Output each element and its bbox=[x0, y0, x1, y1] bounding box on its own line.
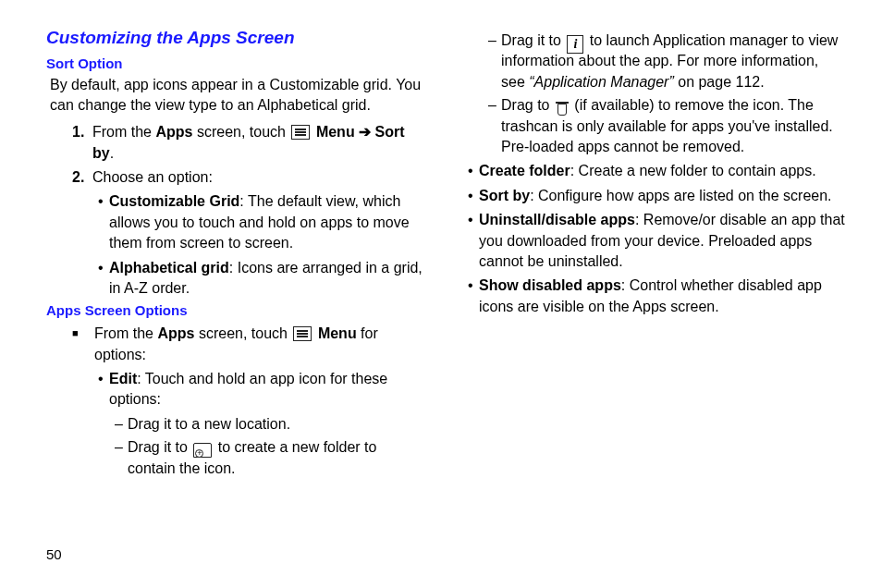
menu-label: Menu bbox=[316, 124, 355, 140]
label: Edit bbox=[109, 371, 137, 386]
menu-icon bbox=[293, 326, 312, 341]
arrow-icon: ➔ bbox=[355, 124, 375, 140]
text: : Create a new folder to contain apps. bbox=[570, 163, 816, 178]
option-sort-by: • Sort by: Configure how apps are listed… bbox=[468, 186, 845, 206]
page-number: 50 bbox=[46, 546, 62, 562]
info-icon: i bbox=[567, 35, 583, 54]
text: Drag it to a new location. bbox=[128, 414, 423, 435]
option-edit: • Edit: Touch and hold an app icon for t… bbox=[98, 369, 423, 410]
text: : Touch and hold an app icon for these o… bbox=[109, 371, 387, 407]
edit-drag-location: – Drag it to a new location. bbox=[115, 414, 423, 435]
option-alphabetical-grid: • Alphabetical grid: Icons are arranged … bbox=[98, 258, 423, 300]
option-customizable-grid: • Customizable Grid: The default view, w… bbox=[98, 191, 423, 253]
section-title: Customizing the Apps Screen bbox=[46, 28, 423, 48]
edit-drag-folder: – Drag it to to create a new folder to c… bbox=[115, 437, 423, 479]
text: Drag to bbox=[501, 97, 554, 113]
step-2: 2. Choose an option: bbox=[72, 167, 423, 188]
label: Show disabled apps bbox=[479, 277, 621, 293]
label: Uninstall/disable apps bbox=[479, 212, 635, 227]
text: Drag it to bbox=[501, 32, 565, 48]
label: Customizable Grid bbox=[109, 193, 239, 209]
text: : Configure how apps are listed on the s… bbox=[530, 188, 831, 203]
text: on page 112. bbox=[674, 74, 765, 90]
apps-label: Apps bbox=[157, 325, 194, 341]
sort-option-heading: Sort Option bbox=[46, 55, 423, 71]
text: . bbox=[110, 145, 114, 161]
text: Choose an option: bbox=[92, 167, 423, 188]
apps-label: Apps bbox=[155, 124, 192, 140]
apps-options-heading: Apps Screen Options bbox=[46, 302, 423, 318]
edit-drag-info: – Drag it to i to launch Application man… bbox=[488, 31, 845, 92]
step-1: 1. From the Apps screen, touch Menu ➔ So… bbox=[72, 122, 423, 164]
square-bullet-icon: ■ bbox=[72, 324, 94, 365]
text: screen, touch bbox=[194, 325, 291, 341]
text: Drag it to bbox=[128, 439, 191, 455]
menu-icon bbox=[291, 125, 310, 140]
folder-add-icon bbox=[193, 443, 212, 458]
sort-option-intro: By default, app icons appear in a Custom… bbox=[50, 75, 423, 115]
option-create-folder: • Create folder: Create a new folder to … bbox=[468, 161, 845, 181]
apps-options-intro: ■ From the Apps screen, touch Menu for o… bbox=[72, 324, 423, 365]
text: From the bbox=[92, 124, 155, 140]
option-show-disabled: • Show disabled apps: Control whether di… bbox=[468, 276, 845, 317]
text: screen, touch bbox=[192, 124, 289, 140]
reference: “Application Manager” bbox=[529, 74, 674, 90]
menu-label: Menu bbox=[318, 325, 357, 341]
trash-icon bbox=[556, 101, 569, 116]
label: Sort by bbox=[479, 188, 530, 203]
edit-drag-trash: – Drag to (if available) to remove the i… bbox=[488, 95, 845, 157]
label: Create folder bbox=[479, 163, 570, 178]
label: Alphabetical grid bbox=[109, 260, 229, 276]
option-uninstall: • Uninstall/disable apps: Remove/or disa… bbox=[468, 210, 845, 272]
text: From the bbox=[94, 325, 157, 341]
